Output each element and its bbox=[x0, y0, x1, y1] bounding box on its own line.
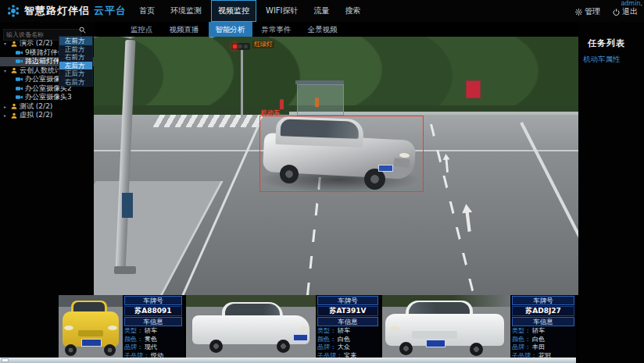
tab-panoramic-video[interactable]: 全景视频 bbox=[301, 22, 345, 37]
tree-group-virtual[interactable]: ▸ 虚拟 (2/2) bbox=[0, 111, 94, 120]
person-icon bbox=[11, 103, 17, 109]
manage-label: 管理 bbox=[585, 6, 600, 17]
yellow-light bbox=[238, 44, 242, 48]
preset-front-left[interactable]: 左前方 bbox=[59, 37, 92, 45]
navbar-actions: 管理 退出 bbox=[575, 6, 638, 17]
car-headlight bbox=[108, 326, 117, 330]
logout-label: 退出 bbox=[622, 6, 638, 17]
chevron-right-icon[interactable]: ▸ bbox=[4, 112, 9, 118]
tree-device-label: 办公室摄像头3 bbox=[25, 93, 72, 102]
car-grille bbox=[412, 331, 457, 339]
chevron-right-icon[interactable]: ▸ bbox=[4, 104, 9, 109]
car-wheel bbox=[104, 344, 116, 356]
nav-item-search[interactable]: 搜索 bbox=[339, 1, 367, 21]
tab-monitor-points[interactable]: 监控点 bbox=[123, 22, 160, 37]
car-headlight bbox=[390, 326, 400, 331]
tab-live-video[interactable]: 视频直播 bbox=[163, 22, 206, 37]
preset-front[interactable]: 正前方 bbox=[59, 45, 92, 54]
chevron-down-icon[interactable]: ▾ bbox=[4, 68, 9, 73]
tab-abnormal-events[interactable]: 异常事件 bbox=[255, 22, 299, 37]
person-icon bbox=[11, 41, 17, 47]
person-icon bbox=[11, 67, 17, 73]
nav-item-environment[interactable]: 环境监测 bbox=[164, 1, 208, 21]
camera-icon bbox=[16, 59, 23, 64]
car-windows bbox=[225, 304, 280, 316]
attr-key: 类型： bbox=[124, 327, 143, 336]
camera-preset-menu: 左前方 正前方 右前方 左后方 正后方 右后方 bbox=[59, 36, 93, 87]
traffic-light-icon bbox=[231, 43, 250, 50]
car-license-plate bbox=[293, 334, 308, 341]
car-wheel bbox=[209, 340, 223, 353]
preset-rear[interactable]: 正后方 bbox=[59, 69, 92, 78]
power-icon bbox=[613, 9, 620, 16]
red-light bbox=[233, 44, 237, 48]
plate-number: 苏A88091 bbox=[124, 306, 182, 316]
nav-item-wifi-probe[interactable]: WIFI探针 bbox=[259, 1, 305, 21]
attr-row: 品牌：大众 bbox=[317, 343, 378, 352]
task-panel: 任务列表 机动车属性 bbox=[578, 22, 644, 363]
main-menu: 首页 环境监测 视频监控 WIFI探针 流量 搜索 bbox=[133, 0, 367, 22]
camera-icon bbox=[16, 86, 23, 91]
vehicle-snapshot[interactable] bbox=[186, 295, 316, 358]
car-grille bbox=[78, 330, 103, 336]
video-pole-base bbox=[114, 266, 136, 274]
plate-header: 车牌号 bbox=[512, 296, 574, 305]
camera-icon bbox=[16, 77, 23, 82]
car-license-plate bbox=[426, 340, 445, 347]
attr-key: 类型： bbox=[512, 327, 531, 336]
tree-group-test[interactable]: ▸ 测试 (2/2) bbox=[0, 102, 94, 112]
tab-smart-analysis[interactable]: 智能分析 bbox=[209, 22, 252, 37]
brand-title-accent: 云平台 bbox=[94, 4, 127, 18]
preset-rear-right[interactable]: 右后方 bbox=[59, 78, 92, 87]
vehicle-info: 车牌号 苏AT391V 车信息 类型：轿车 颜色：白色 品牌：大众 子品牌：宝来… bbox=[316, 295, 380, 358]
task-item-vehicle-attrs[interactable]: 机动车属性 bbox=[583, 55, 621, 65]
brand: 智慧路灯伴侣 云平台 bbox=[6, 2, 127, 20]
tree-group-label: 虚拟 (2/2) bbox=[20, 111, 52, 120]
os-taskbar[interactable] bbox=[0, 358, 576, 363]
attr-row: 品牌：现代 bbox=[124, 343, 182, 352]
car-windows bbox=[409, 302, 470, 315]
logo-gear-icon bbox=[6, 4, 20, 18]
attr-value: 黄色 bbox=[145, 336, 157, 344]
nav-item-home[interactable]: 首页 bbox=[133, 1, 161, 21]
video-feed[interactable]: 红绿灯 机动车 bbox=[94, 37, 578, 295]
tree-group-label: 测试 (2/2) bbox=[20, 102, 52, 112]
os-start-button[interactable] bbox=[2, 358, 9, 362]
preset-front-right[interactable]: 右前方 bbox=[59, 53, 92, 62]
preset-rear-left[interactable]: 左后方 bbox=[59, 62, 92, 70]
car-wheel bbox=[399, 342, 413, 355]
attr-key: 颜色： bbox=[512, 336, 531, 344]
vehicle-snapshot[interactable] bbox=[382, 295, 510, 358]
search-icon[interactable] bbox=[79, 27, 86, 34]
attr-row: 类型：轿车 bbox=[512, 327, 574, 336]
manage-button[interactable]: 管理 bbox=[575, 6, 600, 17]
tree-device-office-cam3[interactable]: 办公室摄像头3 bbox=[0, 93, 94, 102]
info-header: 车信息 bbox=[512, 317, 574, 326]
nav-item-traffic[interactable]: 流量 bbox=[308, 1, 336, 21]
camera-icon bbox=[16, 94, 23, 100]
camera-icon bbox=[16, 50, 23, 55]
info-header: 车信息 bbox=[124, 317, 182, 326]
vehicle-card: 车牌号 苏AT391V 车信息 类型：轿车 颜色：白色 品牌：大众 子品牌：宝来… bbox=[186, 295, 380, 358]
attr-row: 颜色：黄色 bbox=[124, 336, 182, 344]
attr-row: 品牌：丰田 bbox=[512, 343, 574, 352]
car-body bbox=[192, 315, 309, 344]
person-icon bbox=[11, 112, 17, 119]
attr-key: 颜色： bbox=[124, 336, 143, 344]
plate-number: 苏AD8J27 bbox=[512, 306, 574, 316]
attr-value: 现代 bbox=[145, 343, 157, 352]
info-header: 车信息 bbox=[317, 317, 378, 326]
logout-button[interactable]: 退出 bbox=[613, 6, 638, 17]
attr-value: 丰田 bbox=[532, 343, 545, 352]
car-license-plate bbox=[81, 339, 102, 347]
chevron-down-icon[interactable]: ▾ bbox=[4, 41, 9, 46]
navbar: 智慧路灯伴侣 云平台 首页 环境监测 视频监控 WIFI探针 流量 搜索 adm… bbox=[0, 0, 644, 22]
video-pedestrian bbox=[280, 99, 284, 109]
car-wheel bbox=[277, 340, 290, 353]
nav-item-video-monitor[interactable]: 视频监控 bbox=[211, 0, 256, 22]
vehicle-card: 车牌号 苏A88091 车信息 类型：轿车 颜色：黄色 品牌：现代 子品牌：悦动… bbox=[59, 295, 184, 358]
attr-row: 类型：轿车 bbox=[317, 327, 378, 336]
vehicle-snapshot[interactable] bbox=[59, 295, 123, 358]
attr-row: 颜色：白色 bbox=[512, 336, 574, 344]
attr-key: 品牌： bbox=[124, 343, 143, 352]
